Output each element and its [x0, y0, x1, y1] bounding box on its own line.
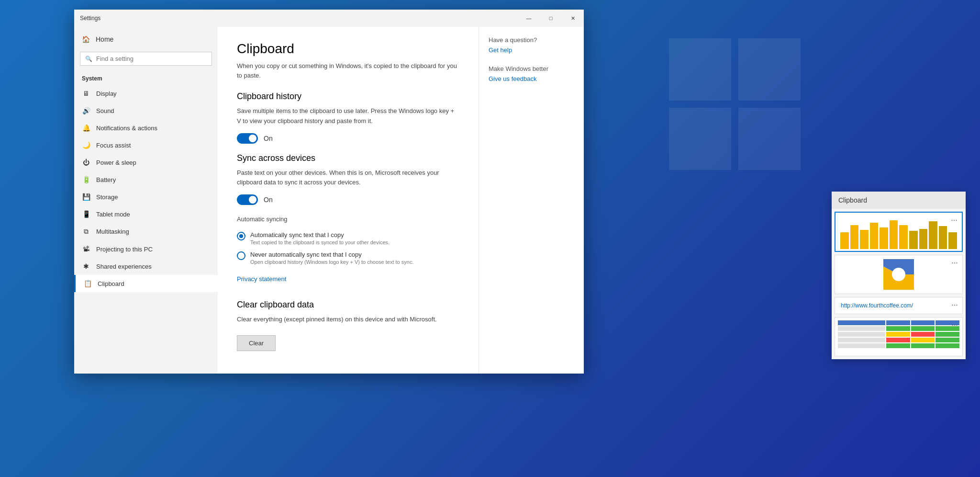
sidebar-item-notifications[interactable]: 🔔 Notifications & actions: [74, 119, 218, 136]
sidebar: 🏠 Home 🔍 System 🖥 Display 🔊 Sound 🔔: [74, 27, 218, 374]
sidebar-item-power[interactable]: ⏻ Power & sleep: [74, 154, 218, 171]
windows-logo-decoration: [669, 38, 813, 326]
radio-manual-sync[interactable]: Never automatically sync text that I cop…: [237, 251, 459, 265]
radio-auto-label: Automatically sync text that I copy: [250, 231, 390, 238]
close-button[interactable]: ✕: [562, 10, 584, 27]
toggle-knob: [249, 135, 256, 142]
clipboard-url-text: http://www.fourthcoffee.com/: [835, 297, 962, 314]
tablet-icon: 📱: [82, 210, 90, 218]
title-bar: Settings — □ ✕: [74, 10, 584, 27]
sidebar-item-label: Sound: [96, 107, 114, 114]
clipboard-panel-title: Clipboard: [832, 192, 966, 209]
clear-clipboard-desc: Clear everything (except pinned items) o…: [237, 315, 459, 325]
search-icon: 🔍: [85, 56, 92, 62]
clipboard-history-desc: Save multiple items to the clipboard to …: [237, 106, 459, 126]
sidebar-item-label: Projecting to this PC: [96, 246, 153, 253]
notifications-icon: 🔔: [82, 124, 90, 132]
sidebar-item-multitasking[interactable]: ⧉ Multitasking: [74, 223, 218, 240]
svg-point-2: [892, 268, 905, 281]
radio-manual-sync-btn[interactable]: [237, 251, 245, 260]
clipboard-history-toggle[interactable]: [237, 133, 258, 144]
sidebar-item-label: Power & sleep: [96, 159, 136, 166]
window-title: Settings: [80, 15, 100, 22]
right-panel: Have a question? Get help Make Windows b…: [479, 27, 584, 374]
sidebar-item-label: Notifications & actions: [96, 125, 157, 132]
display-icon: 🖥: [82, 90, 90, 97]
home-label: Home: [96, 35, 113, 43]
sidebar-item-label: Focus assist: [96, 142, 131, 149]
sidebar-item-label: Multitasking: [96, 228, 129, 235]
sidebar-item-tablet[interactable]: 📱 Tablet mode: [74, 205, 218, 223]
sidebar-item-storage[interactable]: 💾 Storage: [74, 188, 218, 205]
power-icon: ⏻: [82, 159, 90, 166]
sync-radio-group: Automatically sync text that I copy Text…: [237, 231, 459, 265]
give-feedback-link[interactable]: Give us feedback: [489, 75, 574, 82]
clipboard-history-title: Clipboard history: [237, 91, 459, 102]
clipboard-item-url[interactable]: ··· http://www.fourthcoffee.com/: [835, 297, 963, 314]
sync-devices-title: Sync across devices: [237, 153, 459, 163]
page-description: When you copy or cut something in Window…: [237, 61, 459, 80]
sidebar-home[interactable]: 🏠 Home: [74, 31, 218, 48]
auto-sync-label: Automatic syncing: [237, 215, 459, 225]
get-help-link[interactable]: Get help: [489, 46, 574, 54]
sidebar-item-display[interactable]: 🖥 Display: [74, 85, 218, 102]
sidebar-item-label: Battery: [96, 176, 116, 183]
clipboard-item-barchart[interactable]: ···: [835, 212, 963, 252]
bar-chart-thumbnail: [835, 213, 962, 251]
have-question-title: Have a question?: [489, 36, 574, 44]
shared-icon: ✱: [82, 262, 90, 270]
settings-window: Settings — □ ✕ 🏠 Home 🔍 System: [74, 10, 584, 374]
radio-manual-sub: Open clipboard history (Windows logo key…: [250, 259, 413, 265]
clipboard-flyout: Clipboard ··· ···: [832, 192, 966, 359]
sidebar-item-clipboard[interactable]: 📋 Clipboard: [74, 275, 218, 292]
sidebar-item-shared[interactable]: ✱ Shared experiences: [74, 258, 218, 275]
maximize-button[interactable]: □: [540, 10, 562, 27]
projecting-icon: 📽: [82, 245, 90, 253]
sidebar-item-sound[interactable]: 🔊 Sound: [74, 102, 218, 119]
radio-auto-sync-btn[interactable]: [237, 232, 245, 240]
radio-auto-sub: Text copied to the clipboard is synced t…: [250, 239, 390, 245]
clipboard-item-more-btn[interactable]: ···: [949, 299, 960, 311]
search-input[interactable]: [96, 55, 207, 62]
storage-icon: 💾: [82, 193, 90, 201]
sidebar-item-battery[interactable]: 🔋 Battery: [74, 171, 218, 188]
sidebar-item-label: Clipboard: [98, 280, 124, 287]
sidebar-item-label: Display: [96, 90, 117, 97]
main-content: Clipboard When you copy or cut something…: [218, 27, 479, 374]
home-icon: 🏠: [82, 35, 90, 43]
window-controls: — □ ✕: [518, 10, 584, 27]
sidebar-item-projecting[interactable]: 📽 Projecting to this PC: [74, 240, 218, 258]
privacy-statement-link[interactable]: Privacy statement: [237, 275, 286, 283]
help-section: Have a question? Get help: [489, 36, 574, 54]
radio-manual-label: Never automatically sync text that I cop…: [250, 251, 413, 258]
sync-toggle-row: On: [237, 194, 459, 205]
focus-icon: 🌙: [82, 141, 90, 149]
content-area: 🏠 Home 🔍 System 🖥 Display 🔊 Sound 🔔: [74, 27, 584, 374]
sidebar-item-label: Tablet mode: [96, 211, 130, 218]
search-box[interactable]: 🔍: [80, 52, 212, 66]
clipboard-item-more-btn[interactable]: ···: [948, 215, 960, 226]
sidebar-item-label: Shared experiences: [96, 263, 152, 270]
sync-toggle[interactable]: [237, 194, 258, 205]
battery-icon: 🔋: [82, 176, 90, 183]
clipboard-history-toggle-row: On: [237, 133, 459, 144]
clipboard-item-piechart[interactable]: ···: [835, 255, 963, 294]
feedback-section: Make Windows better Give us feedback: [489, 65, 574, 82]
toggle-knob: [249, 196, 256, 204]
clipboard-history-toggle-label: On: [264, 135, 273, 142]
page-title: Clipboard: [237, 41, 459, 57]
spreadsheet-thumbnail: [835, 318, 962, 356]
clear-clipboard-title: Clear clipboard data: [237, 300, 459, 310]
sidebar-item-focus[interactable]: 🌙 Focus assist: [74, 136, 218, 154]
clipboard-icon: 📋: [83, 280, 92, 287]
sync-toggle-label: On: [264, 196, 273, 204]
clipboard-item-spreadsheet[interactable]: ···: [835, 317, 963, 356]
radio-auto-sync[interactable]: Automatically sync text that I copy Text…: [237, 231, 459, 245]
make-better-title: Make Windows better: [489, 65, 574, 72]
multitasking-icon: ⧉: [82, 227, 90, 236]
system-section-header: System: [74, 69, 218, 85]
clear-button[interactable]: Clear: [237, 335, 276, 351]
minimize-button[interactable]: —: [518, 10, 540, 27]
clipboard-item-more-btn[interactable]: ···: [949, 319, 960, 331]
clipboard-item-more-btn[interactable]: ···: [949, 257, 960, 269]
